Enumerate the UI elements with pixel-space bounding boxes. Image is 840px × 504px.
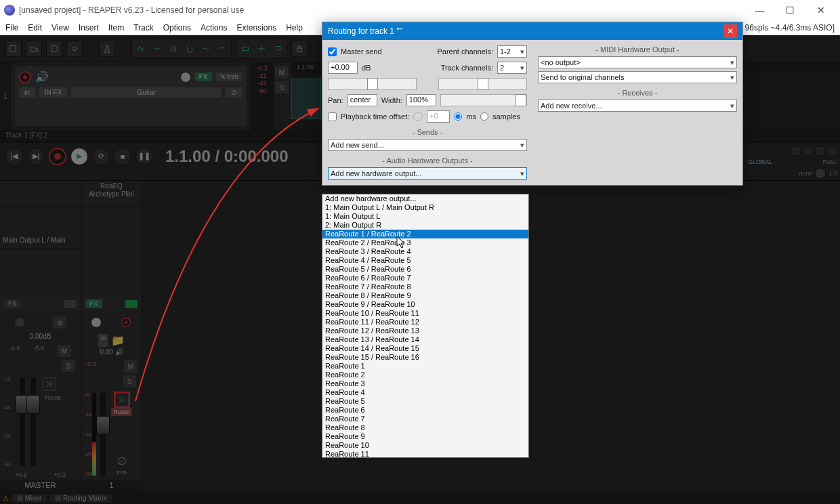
midi-channel-combo[interactable]: Send to original channels bbox=[538, 71, 737, 83]
input-dropdown[interactable]: in bbox=[19, 87, 35, 98]
trim-button[interactable]: ✎ trim bbox=[216, 72, 243, 81]
dropdown-item[interactable]: ReaRoute 2 / ReaRoute 3 bbox=[322, 238, 528, 247]
track-mute[interactable]: M bbox=[124, 360, 138, 373]
gear-icon[interactable] bbox=[828, 146, 837, 156]
track-fx[interactable]: FX bbox=[85, 299, 102, 308]
menu-options[interactable]: Options bbox=[163, 23, 191, 33]
global-none[interactable]: none bbox=[799, 170, 812, 177]
time-display[interactable]: 1.1.00 / 0:00.000 bbox=[165, 147, 288, 166]
go-start-button[interactable]: |◀ bbox=[5, 148, 23, 165]
volume-slider[interactable] bbox=[328, 78, 417, 90]
dropdown-item[interactable]: ReaRoute 1 / ReaRoute 2 bbox=[322, 230, 528, 238]
master-route-button[interactable] bbox=[43, 377, 56, 391]
track-fx-power[interactable] bbox=[125, 300, 138, 308]
master-output[interactable]: Main Output L / Main bbox=[0, 235, 81, 249]
track-ch-combo[interactable]: 2 bbox=[497, 62, 527, 74]
t-speaker-icon[interactable]: 🔊 bbox=[115, 348, 123, 356]
hw-output-dropdown[interactable]: Add new hardware output...1: Main Output… bbox=[322, 194, 529, 458]
pan-knob[interactable] bbox=[180, 72, 191, 83]
pto-knob[interactable] bbox=[413, 112, 423, 121]
menu-actions[interactable]: Actions bbox=[201, 23, 227, 33]
move-icon[interactable] bbox=[254, 41, 269, 57]
pto-checkbox[interactable] bbox=[328, 112, 337, 121]
phase-button[interactable]: ∅ bbox=[226, 87, 243, 98]
master-label[interactable]: MASTER bbox=[0, 480, 81, 492]
dropdown-item[interactable]: ReaRoute 12 / ReaRoute 13 bbox=[322, 327, 528, 335]
width-field[interactable]: 100% bbox=[406, 94, 436, 106]
go-end-button[interactable]: ▶| bbox=[27, 148, 45, 165]
minimize-button[interactable]: — bbox=[744, 0, 775, 20]
grid-icon[interactable] bbox=[166, 41, 181, 57]
dropdown-item[interactable]: ReaRoute 8 bbox=[322, 423, 528, 432]
dropdown-item[interactable]: Add new hardware output... bbox=[322, 194, 528, 203]
repeat-button[interactable]: ⟳ bbox=[92, 148, 110, 165]
track-in[interactable]: in bbox=[98, 334, 108, 347]
warning-icon[interactable]: ⚠ bbox=[3, 495, 9, 502]
pto-ms-radio[interactable] bbox=[454, 112, 462, 121]
add-send-combo[interactable]: Add new send... bbox=[328, 139, 527, 151]
dropdown-item[interactable]: 2: Main Output R bbox=[322, 221, 528, 230]
dropdown-item[interactable]: ReaRoute 6 bbox=[322, 406, 528, 415]
add-receive-combo[interactable]: Add new receive... bbox=[538, 100, 737, 112]
dropdown-item[interactable]: ReaRoute 4 bbox=[322, 388, 528, 397]
phase-icon[interactable]: ∅ bbox=[117, 455, 127, 467]
dropdown-item[interactable]: ReaRoute 9 bbox=[322, 432, 528, 441]
record-button[interactable] bbox=[49, 148, 66, 165]
master-knob1[interactable] bbox=[14, 317, 25, 328]
dropdown-item[interactable]: ReaRoute 5 / ReaRoute 6 bbox=[322, 265, 528, 274]
open-icon[interactable] bbox=[26, 41, 42, 57]
new-project-icon[interactable] bbox=[5, 41, 22, 57]
dropdown-item[interactable]: 1: Main Output L bbox=[322, 212, 528, 221]
play-button[interactable]: ▶ bbox=[70, 148, 88, 165]
env-icon[interactable] bbox=[791, 146, 801, 156]
dropdown-item[interactable]: ReaRoute 13 / ReaRoute 14 bbox=[322, 335, 528, 344]
mute-button[interactable]: M bbox=[275, 66, 289, 79]
loop-icon[interactable] bbox=[270, 41, 285, 57]
dropdown-item[interactable]: ReaRoute 4 / ReaRoute 5 bbox=[322, 256, 528, 265]
dropdown-item[interactable]: ReaRoute 7 / ReaRoute 8 bbox=[322, 282, 528, 291]
volume-field[interactable]: +0.00 bbox=[328, 62, 358, 74]
menu-track[interactable]: Track bbox=[133, 23, 154, 33]
master-mono[interactable]: ⊘ bbox=[53, 316, 66, 329]
dropdown-item[interactable]: ReaRoute 7 bbox=[322, 415, 528, 423]
master-mute[interactable]: M bbox=[58, 345, 71, 357]
track-body[interactable]: 🔊 FX ✎ trim in IN FX Guitar ∅ bbox=[15, 66, 247, 126]
ripple-icon[interactable] bbox=[198, 41, 213, 57]
maximize-button[interactable]: ☐ bbox=[775, 0, 805, 20]
menu-item[interactable]: Item bbox=[108, 23, 124, 33]
lock-icon[interactable] bbox=[291, 41, 308, 57]
track-recarm[interactable] bbox=[121, 318, 131, 327]
track-solo[interactable]: S bbox=[123, 375, 136, 387]
dropdown-item[interactable]: ReaRoute 3 / ReaRoute 4 bbox=[322, 247, 528, 256]
close-button[interactable]: ✕ bbox=[805, 0, 836, 20]
minus-icon[interactable] bbox=[803, 146, 813, 156]
plugin-2[interactable]: Archetype Plini bbox=[83, 190, 140, 198]
snap-icon[interactable] bbox=[182, 41, 197, 57]
speaker-icon[interactable]: 🔊 bbox=[35, 70, 49, 83]
plugin-1[interactable]: ReaEQ bbox=[83, 182, 140, 190]
master-fader[interactable] bbox=[20, 377, 25, 466]
settings-icon[interactable] bbox=[66, 41, 83, 57]
dropdown-item[interactable]: ReaRoute 1 bbox=[322, 362, 528, 371]
dialog-close-button[interactable]: ✕ bbox=[723, 24, 737, 38]
dropdown-item[interactable]: ReaRoute 10 bbox=[322, 441, 528, 450]
pause-button[interactable]: ❚❚ bbox=[135, 148, 153, 165]
pan-slider[interactable] bbox=[438, 78, 527, 90]
stop-button[interactable]: ■ bbox=[114, 148, 131, 165]
dropdown-item[interactable]: ReaRoute 9 / ReaRoute 10 bbox=[322, 300, 528, 309]
width-slider[interactable] bbox=[440, 94, 527, 106]
parent-ch-combo[interactable]: 1-2 bbox=[497, 45, 527, 58]
pto-field[interactable]: +0 bbox=[427, 110, 450, 123]
dropdown-item[interactable]: ReaRoute 3 bbox=[322, 379, 528, 388]
dropdown-item[interactable]: ReaRoute 5 bbox=[322, 397, 528, 406]
dropdown-item[interactable]: ReaRoute 10 / ReaRoute 11 bbox=[322, 309, 528, 318]
menu-file[interactable]: File bbox=[5, 23, 18, 33]
master-db[interactable]: 0.00dB bbox=[0, 333, 81, 343]
rate-knob[interactable] bbox=[815, 168, 826, 179]
record-arm-button[interactable] bbox=[19, 71, 31, 83]
track-number[interactable]: 1 bbox=[0, 62, 11, 130]
dropdown-item[interactable]: 1: Main Output L / Main Output R bbox=[322, 203, 528, 212]
dropdown-item[interactable]: ReaRoute 14 / ReaRoute 15 bbox=[322, 344, 528, 353]
trim-label[interactable]: trim bbox=[117, 469, 127, 476]
metronome-icon[interactable] bbox=[99, 41, 115, 57]
